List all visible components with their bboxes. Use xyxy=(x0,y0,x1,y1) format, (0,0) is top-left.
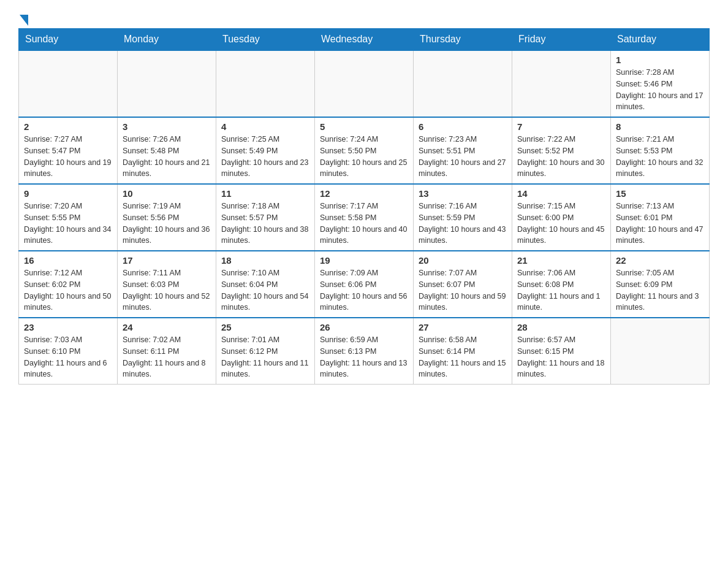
logo-top xyxy=(18,12,28,26)
day-info: Sunrise: 7:10 AMSunset: 6:04 PMDaylight:… xyxy=(221,267,309,313)
day-info: Sunrise: 7:25 AMSunset: 5:49 PMDaylight:… xyxy=(221,134,309,180)
calendar-cell: 2Sunrise: 7:27 AMSunset: 5:47 PMDaylight… xyxy=(19,117,118,184)
calendar-week-row: 16Sunrise: 7:12 AMSunset: 6:02 PMDayligh… xyxy=(19,251,710,318)
calendar-cell: 5Sunrise: 7:24 AMSunset: 5:50 PMDaylight… xyxy=(315,117,414,184)
calendar-cell: 25Sunrise: 7:01 AMSunset: 6:12 PMDayligh… xyxy=(216,318,315,385)
day-number: 8 xyxy=(616,121,704,132)
day-number: 27 xyxy=(419,322,507,332)
day-number: 3 xyxy=(123,121,211,132)
day-number: 13 xyxy=(419,188,507,199)
day-info: Sunrise: 7:18 AMSunset: 5:57 PMDaylight:… xyxy=(221,201,309,247)
calendar-header-row: SundayMondayTuesdayWednesdayThursdayFrid… xyxy=(19,29,710,51)
calendar-week-row: 23Sunrise: 7:03 AMSunset: 6:10 PMDayligh… xyxy=(19,318,710,385)
day-info: Sunrise: 7:06 AMSunset: 6:08 PMDaylight:… xyxy=(517,267,605,313)
day-number: 1 xyxy=(616,55,704,65)
day-number: 9 xyxy=(24,188,112,199)
calendar-cell: 6Sunrise: 7:23 AMSunset: 5:51 PMDaylight… xyxy=(414,117,512,184)
calendar-cell: 3Sunrise: 7:26 AMSunset: 5:48 PMDaylight… xyxy=(118,117,216,184)
calendar-cell: 11Sunrise: 7:18 AMSunset: 5:57 PMDayligh… xyxy=(216,184,315,251)
day-info: Sunrise: 7:11 AMSunset: 6:03 PMDaylight:… xyxy=(123,267,211,313)
calendar-cell: 21Sunrise: 7:06 AMSunset: 6:08 PMDayligh… xyxy=(512,251,611,318)
calendar-cell xyxy=(315,50,414,117)
day-info: Sunrise: 6:59 AMSunset: 6:13 PMDaylight:… xyxy=(320,334,408,380)
weekday-header-sunday: Sunday xyxy=(19,29,118,51)
day-info: Sunrise: 6:58 AMSunset: 6:14 PMDaylight:… xyxy=(419,334,507,380)
day-number: 23 xyxy=(24,322,112,332)
calendar-cell xyxy=(118,50,216,117)
page-header xyxy=(18,12,710,22)
calendar-cell: 28Sunrise: 6:57 AMSunset: 6:15 PMDayligh… xyxy=(512,318,611,385)
day-number: 6 xyxy=(419,121,507,132)
calendar-cell: 8Sunrise: 7:21 AMSunset: 5:53 PMDaylight… xyxy=(611,117,710,184)
calendar-cell: 26Sunrise: 6:59 AMSunset: 6:13 PMDayligh… xyxy=(315,318,414,385)
day-number: 11 xyxy=(221,188,309,199)
weekday-header-wednesday: Wednesday xyxy=(315,29,414,51)
day-number: 18 xyxy=(221,255,309,266)
calendar-cell: 12Sunrise: 7:17 AMSunset: 5:58 PMDayligh… xyxy=(315,184,414,251)
day-info: Sunrise: 7:09 AMSunset: 6:06 PMDaylight:… xyxy=(320,267,408,313)
day-info: Sunrise: 7:22 AMSunset: 5:52 PMDaylight:… xyxy=(517,134,605,180)
day-info: Sunrise: 7:21 AMSunset: 5:53 PMDaylight:… xyxy=(616,134,704,180)
calendar-cell: 1Sunrise: 7:28 AMSunset: 5:46 PMDaylight… xyxy=(611,50,710,117)
day-number: 17 xyxy=(123,255,211,266)
day-info: Sunrise: 7:24 AMSunset: 5:50 PMDaylight:… xyxy=(320,134,408,180)
calendar-table: SundayMondayTuesdayWednesdayThursdayFrid… xyxy=(18,28,710,385)
logo-arrow-icon xyxy=(20,15,28,26)
day-number: 28 xyxy=(517,322,605,332)
day-number: 16 xyxy=(24,255,112,266)
calendar-cell: 18Sunrise: 7:10 AMSunset: 6:04 PMDayligh… xyxy=(216,251,315,318)
day-info: Sunrise: 7:15 AMSunset: 6:00 PMDaylight:… xyxy=(517,201,605,247)
weekday-header-friday: Friday xyxy=(512,29,611,51)
day-info: Sunrise: 7:28 AMSunset: 5:46 PMDaylight:… xyxy=(616,67,704,113)
calendar-week-row: 9Sunrise: 7:20 AMSunset: 5:55 PMDaylight… xyxy=(19,184,710,251)
day-number: 24 xyxy=(123,322,211,332)
day-info: Sunrise: 7:26 AMSunset: 5:48 PMDaylight:… xyxy=(123,134,211,180)
calendar-cell: 9Sunrise: 7:20 AMSunset: 5:55 PMDaylight… xyxy=(19,184,118,251)
logo xyxy=(18,12,28,22)
calendar-cell xyxy=(216,50,315,117)
calendar-cell: 23Sunrise: 7:03 AMSunset: 6:10 PMDayligh… xyxy=(19,318,118,385)
calendar-cell xyxy=(611,318,710,385)
weekday-header-monday: Monday xyxy=(118,29,216,51)
weekday-header-thursday: Thursday xyxy=(414,29,512,51)
day-number: 5 xyxy=(320,121,408,132)
day-number: 20 xyxy=(419,255,507,266)
day-info: Sunrise: 7:20 AMSunset: 5:55 PMDaylight:… xyxy=(24,201,112,247)
calendar-cell: 20Sunrise: 7:07 AMSunset: 6:07 PMDayligh… xyxy=(414,251,512,318)
day-info: Sunrise: 7:05 AMSunset: 6:09 PMDaylight:… xyxy=(616,267,704,313)
calendar-cell: 7Sunrise: 7:22 AMSunset: 5:52 PMDaylight… xyxy=(512,117,611,184)
calendar-cell: 15Sunrise: 7:13 AMSunset: 6:01 PMDayligh… xyxy=(611,184,710,251)
calendar-cell: 22Sunrise: 7:05 AMSunset: 6:09 PMDayligh… xyxy=(611,251,710,318)
day-number: 15 xyxy=(616,188,704,199)
calendar-cell xyxy=(512,50,611,117)
day-info: Sunrise: 7:02 AMSunset: 6:11 PMDaylight:… xyxy=(123,334,211,380)
day-info: Sunrise: 7:03 AMSunset: 6:10 PMDaylight:… xyxy=(24,334,112,380)
day-info: Sunrise: 7:01 AMSunset: 6:12 PMDaylight:… xyxy=(221,334,309,380)
weekday-header-tuesday: Tuesday xyxy=(216,29,315,51)
day-info: Sunrise: 6:57 AMSunset: 6:15 PMDaylight:… xyxy=(517,334,605,380)
calendar-cell: 19Sunrise: 7:09 AMSunset: 6:06 PMDayligh… xyxy=(315,251,414,318)
day-info: Sunrise: 7:16 AMSunset: 5:59 PMDaylight:… xyxy=(419,201,507,247)
calendar-week-row: 1Sunrise: 7:28 AMSunset: 5:46 PMDaylight… xyxy=(19,50,710,117)
day-number: 21 xyxy=(517,255,605,266)
weekday-header-saturday: Saturday xyxy=(611,29,710,51)
day-number: 4 xyxy=(221,121,309,132)
calendar-week-row: 2Sunrise: 7:27 AMSunset: 5:47 PMDaylight… xyxy=(19,117,710,184)
calendar-cell: 13Sunrise: 7:16 AMSunset: 5:59 PMDayligh… xyxy=(414,184,512,251)
calendar-cell xyxy=(19,50,118,117)
day-number: 12 xyxy=(320,188,408,199)
day-number: 26 xyxy=(320,322,408,332)
day-number: 7 xyxy=(517,121,605,132)
day-info: Sunrise: 7:12 AMSunset: 6:02 PMDaylight:… xyxy=(24,267,112,313)
calendar-cell: 27Sunrise: 6:58 AMSunset: 6:14 PMDayligh… xyxy=(414,318,512,385)
day-number: 19 xyxy=(320,255,408,266)
day-number: 2 xyxy=(24,121,112,132)
day-number: 10 xyxy=(123,188,211,199)
calendar-cell: 17Sunrise: 7:11 AMSunset: 6:03 PMDayligh… xyxy=(118,251,216,318)
day-info: Sunrise: 7:13 AMSunset: 6:01 PMDaylight:… xyxy=(616,201,704,247)
calendar-cell: 10Sunrise: 7:19 AMSunset: 5:56 PMDayligh… xyxy=(118,184,216,251)
day-info: Sunrise: 7:23 AMSunset: 5:51 PMDaylight:… xyxy=(419,134,507,180)
day-number: 25 xyxy=(221,322,309,332)
calendar-cell: 14Sunrise: 7:15 AMSunset: 6:00 PMDayligh… xyxy=(512,184,611,251)
day-number: 22 xyxy=(616,255,704,266)
